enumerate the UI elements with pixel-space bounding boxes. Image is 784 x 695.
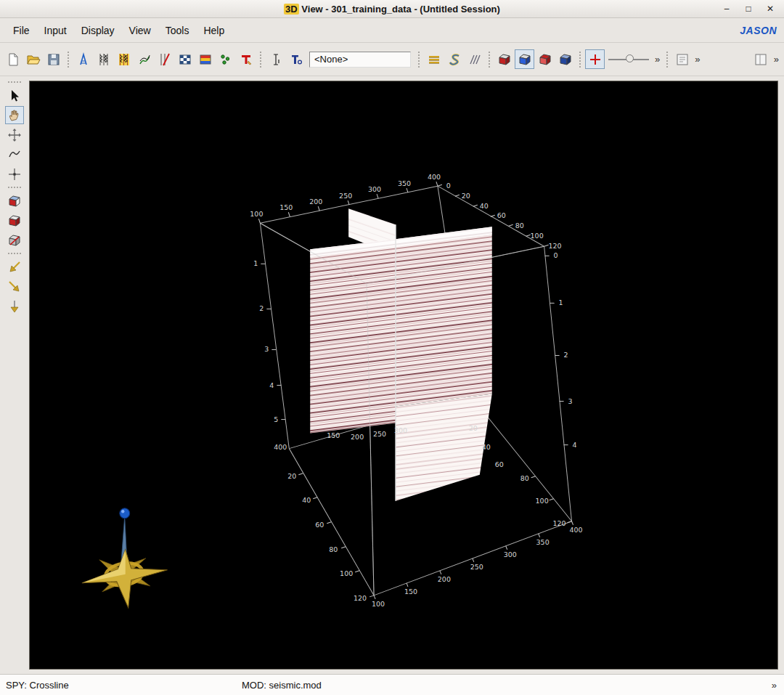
toolbar-grip[interactable] (8, 81, 21, 83)
fault-icon (158, 52, 172, 67)
titlebar[interactable]: 3D View - 301_training_data - (Untitled … (0, 0, 784, 18)
save-button[interactable] (44, 49, 63, 69)
cube-faces-tool-button[interactable] (5, 192, 24, 210)
status-overflow-chevron[interactable]: » (772, 680, 778, 691)
seismic-color-button[interactable] (114, 49, 134, 69)
slider-thumb[interactable] (626, 54, 634, 62)
gold-arrow-down-button[interactable] (5, 297, 24, 315)
menu-input[interactable]: Input (37, 22, 74, 39)
menu-tools[interactable]: Tools (158, 22, 197, 39)
gold-arrow-right-button[interactable] (5, 277, 24, 296)
toolbar-overflow-chevron[interactable]: » (653, 54, 662, 65)
colormap-button[interactable] (195, 49, 215, 69)
volume-cube-blue2-icon (558, 52, 573, 67)
cube-slash-tool-button[interactable] (5, 231, 24, 249)
tick-label: 200 (438, 575, 451, 583)
checker-grid-button[interactable] (175, 49, 195, 69)
toolbar-overflow-chevron[interactable]: » (693, 54, 702, 65)
red-plus-icon (588, 52, 603, 67)
toolbar-overflow-chevron[interactable]: » (772, 54, 781, 65)
compass-rose (82, 508, 168, 608)
pointer-icon (7, 89, 22, 103)
green-markers-button[interactable] (216, 49, 235, 69)
tick-label: 1 (253, 259, 258, 267)
move-cross-icon (7, 167, 22, 182)
tick-label: 100 (372, 600, 385, 608)
hand-icon (7, 108, 22, 123)
seismic-wiggle-icon (97, 52, 111, 67)
panel2-icon (754, 52, 768, 67)
pointer-tool-button[interactable] (5, 86, 24, 105)
tick-label: 100 (536, 497, 549, 505)
fence-button[interactable] (444, 49, 464, 69)
tick-label: 40 (482, 443, 491, 451)
tick-label: 350 (536, 538, 550, 546)
fault-button[interactable] (155, 49, 174, 69)
window-title: 3D View - 301_training_data - (Untitled … (0, 4, 784, 15)
attribute-combo[interactable]: <None> (309, 52, 411, 68)
gold-arrow-left-button[interactable] (5, 258, 24, 276)
seismic-wiggle-button[interactable] (94, 49, 113, 69)
layers-button[interactable] (424, 49, 444, 69)
tick-label: 400 (428, 173, 441, 181)
tick-label: 20 (469, 424, 478, 432)
open-file-button[interactable] (23, 49, 43, 69)
menu-help[interactable]: Help (196, 22, 232, 39)
viewport-3d[interactable]: 100 150 200 250 300 350 400 0 20 40 60 8… (29, 81, 778, 670)
volume-blue2-button[interactable] (555, 49, 575, 69)
tick-label: 60 (315, 521, 324, 529)
toolbar-grip[interactable] (8, 187, 21, 188)
panel-button[interactable] (672, 49, 692, 69)
tick-label: 80 (520, 474, 529, 482)
wiggle-overlay-button[interactable] (134, 49, 154, 69)
volume-red2-button[interactable] (535, 49, 555, 69)
gold-arrow-right-icon (7, 280, 22, 294)
text-label-button[interactable] (286, 49, 306, 69)
hand-tool-button[interactable] (5, 106, 24, 124)
new-file-button[interactable] (3, 49, 23, 69)
panel2-button[interactable] (751, 49, 771, 69)
text-label-icon (289, 52, 303, 67)
curve-icon (7, 147, 22, 162)
checker-grid-icon (178, 52, 192, 67)
toolbar-grip[interactable] (8, 253, 21, 254)
tick-label: 120 (549, 242, 562, 250)
curve-tool-button[interactable] (5, 145, 24, 163)
menu-file[interactable]: File (6, 22, 37, 39)
maximize-button[interactable]: □ (743, 4, 754, 14)
cursor-text-icon (269, 52, 283, 67)
tick-label: 100 (250, 210, 263, 218)
tick-label: 200 (351, 433, 364, 441)
cube-red-icon (7, 214, 22, 228)
cube-red-tool-button[interactable] (5, 211, 24, 229)
minimize-button[interactable]: – (722, 4, 732, 14)
opacity-slider[interactable] (608, 52, 649, 67)
red-annotation-button[interactable] (236, 49, 256, 69)
move-tool-button[interactable] (5, 165, 24, 183)
red-plus-button[interactable] (585, 49, 605, 69)
well-display-button[interactable] (73, 49, 93, 69)
menu-view[interactable]: View (122, 22, 158, 39)
volume-cube-red-icon (497, 52, 512, 67)
cube-faces-icon (7, 194, 22, 208)
jason-logo: JASON (740, 25, 778, 36)
tick-label: 100 (531, 232, 544, 240)
volume-blue-button[interactable] (515, 49, 534, 69)
tick-label: 20 (462, 192, 470, 200)
open-file-icon (26, 52, 41, 67)
close-button[interactable]: ✕ (765, 4, 775, 14)
tick-label: 40 (302, 496, 311, 504)
tick-label: 300 (504, 550, 517, 558)
well-display-icon (76, 52, 91, 67)
layers-icon (427, 52, 441, 67)
cursor-text-button[interactable] (266, 49, 285, 69)
tick-label: 300 (394, 426, 407, 434)
toolbar-separator (579, 52, 581, 68)
volume-red-button[interactable] (494, 49, 514, 69)
window-icon: 3D (284, 4, 299, 15)
scene-svg: 100 150 200 250 300 350 400 0 20 40 60 8… (30, 81, 777, 669)
tick-label: 2 (259, 304, 264, 312)
menu-display[interactable]: Display (74, 22, 122, 39)
hatch-button[interactable] (465, 49, 484, 69)
pan-tool-button[interactable] (5, 126, 24, 144)
